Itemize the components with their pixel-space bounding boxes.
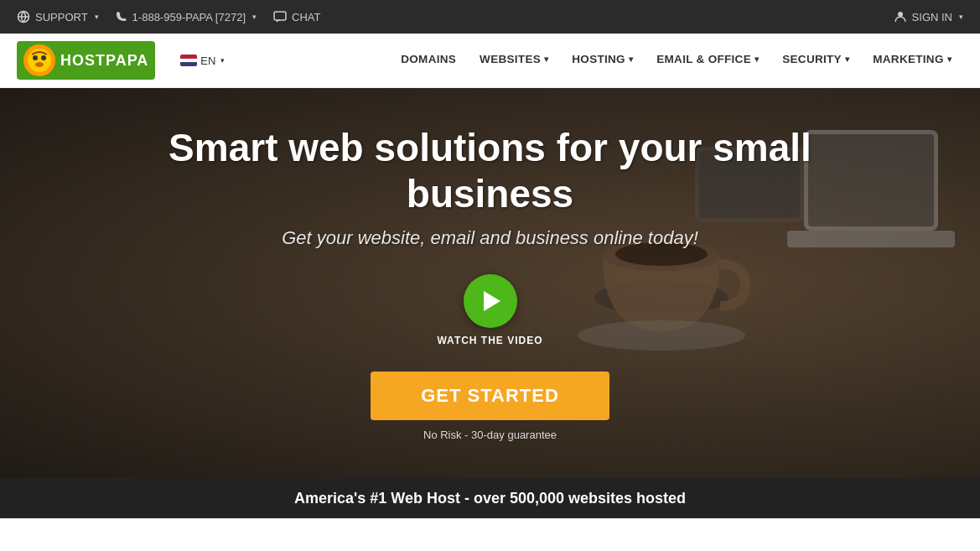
signin-caret: ▾ xyxy=(959,13,963,21)
logo-text: HOSTPAPA xyxy=(60,52,148,70)
nav-item-hosting[interactable]: HOSTING ▾ xyxy=(560,34,645,88)
hero-title: Smart web solutions for your small busin… xyxy=(113,125,868,217)
hero-subtitle: Get your website, email and business onl… xyxy=(113,227,868,249)
signin-area[interactable]: SIGN IN ▾ xyxy=(894,10,963,23)
lang-label: EN xyxy=(200,55,215,67)
top-bar-left: SUPPORT ▾ 1-888-959-PAPA [7272] ▾ CHAT xyxy=(17,10,894,23)
signin-label: SIGN IN xyxy=(912,11,952,23)
svg-rect-1 xyxy=(274,12,286,20)
nav-item-domains[interactable]: DOMAINS xyxy=(389,34,468,88)
logo-area[interactable]: HOSTPAPA xyxy=(17,41,155,80)
phone-icon xyxy=(116,11,127,23)
security-caret: ▾ xyxy=(845,55,849,64)
nav-security-label: SECURITY xyxy=(782,53,842,65)
svg-point-2 xyxy=(898,12,903,17)
watch-label: WATCH THE VIDEO xyxy=(437,335,542,346)
main-nav: HOSTPAPA EN ▾ DOMAINS WEBSITES ▾ HOSTING… xyxy=(0,34,980,88)
support-caret: ▾ xyxy=(95,13,99,21)
globe-icon xyxy=(17,10,30,23)
play-button-area[interactable]: WATCH THE VIDEO xyxy=(113,274,868,346)
play-button[interactable] xyxy=(464,274,517,328)
bottom-bar: America's #1 Web Host - over 500,000 web… xyxy=(0,478,980,518)
phone-label: 1-888-959-PAPA [7272] xyxy=(132,11,246,23)
phone-link[interactable]: 1-888-959-PAPA [7272] ▾ xyxy=(116,11,257,23)
person-icon xyxy=(894,10,907,23)
lang-caret: ▾ xyxy=(220,56,225,65)
nav-websites-label: WEBSITES xyxy=(480,53,541,65)
svg-point-5 xyxy=(41,55,46,60)
support-label: SUPPORT xyxy=(35,11,88,23)
top-bar: SUPPORT ▾ 1-888-959-PAPA [7272] ▾ CHAT S… xyxy=(0,0,980,34)
get-started-button[interactable]: GET STARTED xyxy=(371,372,609,420)
svg-point-4 xyxy=(33,55,38,60)
nav-links: DOMAINS WEBSITES ▾ HOSTING ▾ EMAIL & OFF… xyxy=(250,34,963,88)
nav-item-marketing[interactable]: MARKETING ▾ xyxy=(861,34,963,88)
email-caret: ▾ xyxy=(754,55,759,64)
nav-item-security[interactable]: SECURITY ▾ xyxy=(770,34,861,88)
chat-label: CHAT xyxy=(292,11,320,23)
nav-item-email-office[interactable]: EMAIL & OFFICE ▾ xyxy=(645,34,770,88)
nav-domains-label: DOMAINS xyxy=(401,53,456,65)
support-link[interactable]: SUPPORT ▾ xyxy=(17,10,99,23)
websites-caret: ▾ xyxy=(544,55,548,64)
marketing-caret: ▾ xyxy=(947,55,951,64)
hero-section: Smart web solutions for your small busin… xyxy=(0,88,980,478)
flag-icon xyxy=(180,55,197,66)
chat-link[interactable]: CHAT xyxy=(273,11,320,23)
chat-icon xyxy=(273,11,287,23)
nav-hosting-label: HOSTING xyxy=(572,53,625,65)
play-triangle-icon xyxy=(484,291,500,311)
svg-point-6 xyxy=(35,62,44,67)
guarantee-text: No Risk - 30-day guarantee xyxy=(113,429,868,441)
nav-marketing-label: MARKETING xyxy=(873,53,943,65)
nav-email-label: EMAIL & OFFICE xyxy=(656,53,751,65)
logo-box: HOSTPAPA xyxy=(17,41,155,80)
logo-mascot xyxy=(23,44,55,76)
hero-content: Smart web solutions for your small busin… xyxy=(96,108,884,458)
hosting-caret: ▾ xyxy=(629,55,633,64)
phone-caret: ▾ xyxy=(252,13,257,21)
nav-item-websites[interactable]: WEBSITES ▾ xyxy=(468,34,560,88)
language-selector[interactable]: EN ▾ xyxy=(180,55,225,67)
bottom-bar-text: America's #1 Web Host - over 500,000 web… xyxy=(294,490,686,507)
